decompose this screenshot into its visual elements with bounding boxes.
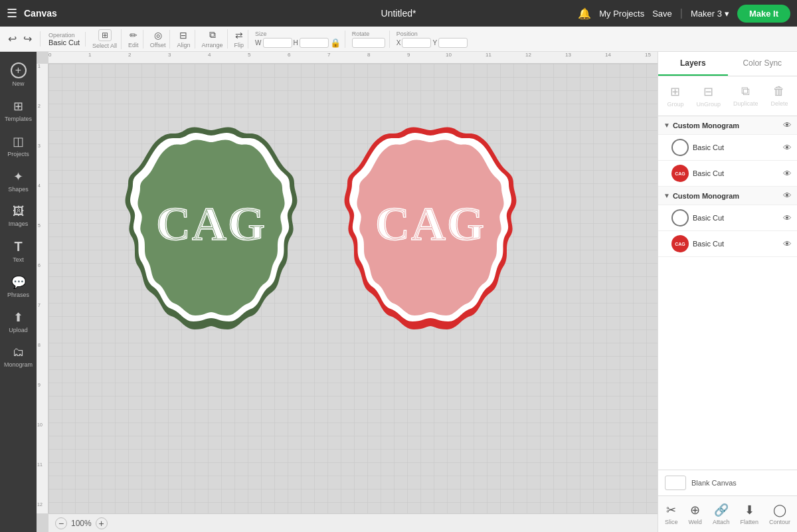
- layer-thumb-badge-1: CAG: [671, 165, 689, 182]
- notification-bell-icon[interactable]: 🔔: [578, 7, 591, 20]
- rotate-group: Rotate: [348, 31, 390, 48]
- sidebar-item-templates[interactable]: ⊞ Templates: [2, 94, 35, 128]
- left-sidebar: + New ⊞ Templates ◫ Projects ✦ Shapes 🖼 …: [0, 52, 37, 532]
- sidebar-item-projects[interactable]: ◫ Projects: [2, 129, 35, 163]
- width-input[interactable]: [263, 38, 292, 48]
- right-panel: Layers Color Sync ⊞ Group ⊟ UnGroup ⧉ Du…: [658, 52, 797, 532]
- slice-label: Slice: [665, 519, 678, 525]
- select-all-label: Select All: [92, 43, 117, 49]
- x-label: X: [397, 39, 401, 46]
- tab-layers[interactable]: Layers: [658, 52, 728, 76]
- flip-group: ⇄ Flip: [230, 30, 249, 48]
- weld-button[interactable]: ⊕ Weld: [686, 500, 705, 528]
- slice-button[interactable]: ✂ Slice: [662, 500, 681, 528]
- height-input[interactable]: [300, 38, 329, 48]
- images-label: Images: [9, 221, 29, 227]
- make-it-button[interactable]: Make It: [737, 5, 790, 23]
- layer-thumb-outline-2: [671, 209, 689, 226]
- panel-duplicate-button[interactable]: ⧉ Duplicate: [729, 82, 762, 110]
- rotate-label: Rotate: [352, 31, 385, 37]
- y-input[interactable]: [438, 38, 468, 48]
- shapes-icon: ✦: [13, 169, 23, 184]
- layer-item[interactable]: Basic Cut 👁: [658, 135, 797, 161]
- svg-text:CAG: CAG: [156, 197, 266, 250]
- arrange-button[interactable]: ⧉: [209, 29, 216, 41]
- flip-button[interactable]: ⇄: [235, 30, 243, 41]
- tab-color-sync[interactable]: Color Sync: [728, 52, 798, 76]
- panel-ungroup-button[interactable]: ⊟ UnGroup: [692, 82, 725, 110]
- attach-button[interactable]: 🔗 Attach: [710, 500, 733, 528]
- layer-item[interactable]: CAG Basic Cut 👁: [658, 231, 797, 257]
- canvas-footer: − 100% +: [48, 513, 658, 532]
- undo-button[interactable]: ↩: [5, 31, 19, 46]
- layer-group-1-header[interactable]: ▼ Custom Monogram 👁: [658, 116, 797, 135]
- layer-item[interactable]: Basic Cut 👁: [658, 205, 797, 231]
- svg-text:CAG: CAG: [375, 197, 486, 250]
- my-projects-link[interactable]: My Projects: [599, 9, 644, 19]
- sidebar-item-text[interactable]: T Text: [2, 234, 35, 268]
- layer-item[interactable]: CAG Basic Cut 👁: [658, 161, 797, 187]
- layer-eye-4-icon[interactable]: 👁: [783, 239, 792, 249]
- green-monogram[interactable]: CAG CAG: [115, 117, 308, 339]
- monogram-label: Monogram: [4, 361, 33, 368]
- save-button[interactable]: Save: [652, 9, 672, 19]
- zoom-out-button[interactable]: −: [55, 517, 67, 529]
- canvas-area[interactable]: 0 1 2 3 4 5 6 7 8 9 10 11 12 13 14 15 1: [37, 52, 658, 532]
- sidebar-item-images[interactable]: 🖼 Images: [2, 199, 35, 232]
- undo-redo-group: ↩ ↪: [5, 31, 41, 46]
- text-label: Text: [13, 256, 24, 263]
- flatten-button[interactable]: ⬇ Flatten: [737, 500, 761, 528]
- ruler-top: 0 1 2 3 4 5 6 7 8 9 10 11 12 13 14 15: [48, 52, 658, 64]
- panel-group-button[interactable]: ⊞ Group: [663, 82, 687, 110]
- canvas-grid[interactable]: CAG CAG CAG CAG: [48, 64, 658, 513]
- layer-eye-2-icon[interactable]: 👁: [783, 169, 792, 179]
- edit-button[interactable]: ✏: [130, 30, 137, 41]
- rotate-input[interactable]: [352, 38, 385, 48]
- sidebar-item-phrases[interactable]: 💬 Phrases: [2, 270, 35, 304]
- sidebar-item-shapes[interactable]: ✦ Shapes: [2, 164, 35, 198]
- sidebar-item-upload[interactable]: ⬆ Upload: [2, 305, 35, 339]
- doc-title: Untitled*: [381, 8, 416, 19]
- layer-name-2: Basic Cut: [693, 169, 779, 177]
- x-input[interactable]: [402, 38, 431, 48]
- arrange-label: Arrange: [202, 42, 223, 48]
- redo-button[interactable]: ↪: [21, 31, 35, 46]
- upload-label: Upload: [9, 327, 28, 333]
- layer-name-4: Basic Cut: [693, 240, 779, 248]
- sidebar-item-monogram[interactable]: 🗂 Monogram: [2, 340, 35, 373]
- pink-monogram-svg: CAG CAG: [334, 117, 527, 336]
- menu-icon[interactable]: ☰: [7, 6, 17, 21]
- delete-label: Delete: [770, 100, 788, 107]
- select-all-button[interactable]: ⊞: [98, 29, 112, 41]
- layer-name-3: Basic Cut: [693, 214, 779, 222]
- size-label: Size: [255, 31, 341, 37]
- sidebar-item-new[interactable]: + New: [2, 57, 35, 92]
- new-icon: +: [11, 62, 27, 78]
- align-button[interactable]: ⊟: [179, 30, 187, 41]
- contour-label: Contour: [769, 519, 790, 525]
- app-title: Canvas: [24, 8, 57, 19]
- contour-button[interactable]: ◯ Contour: [766, 500, 793, 528]
- duplicate-label: Duplicate: [733, 100, 758, 107]
- layer-eye-3-icon[interactable]: 👁: [783, 213, 792, 223]
- pink-monogram[interactable]: CAG CAG: [334, 117, 527, 339]
- arrange-group: ⧉ Arrange: [198, 29, 228, 48]
- zoom-in-button[interactable]: +: [96, 517, 108, 529]
- weld-label: Weld: [689, 519, 702, 525]
- machine-selector[interactable]: Maker 3 ▾: [691, 9, 729, 19]
- group-label: Group: [667, 101, 683, 108]
- select-all-group: ⊞ Select All: [88, 29, 122, 49]
- operation-value[interactable]: Basic Cut: [48, 39, 80, 46]
- offset-button[interactable]: ◎: [154, 30, 162, 41]
- layer-thumb-outline-1: [671, 139, 689, 156]
- layer-eye-1-icon[interactable]: 👁: [783, 143, 792, 153]
- group2-eye-icon[interactable]: 👁: [783, 191, 792, 201]
- group1-eye-icon[interactable]: 👁: [783, 120, 792, 130]
- lock-aspect-button[interactable]: 🔒: [330, 38, 341, 48]
- position-group: Position X Y: [393, 31, 472, 48]
- group2-arrow-icon: ▼: [664, 192, 670, 199]
- align-group: ⊟ Align: [173, 30, 195, 48]
- panel-delete-button[interactable]: 🗑 Delete: [766, 82, 792, 110]
- layer-group-2-header[interactable]: ▼ Custom Monogram 👁: [658, 187, 797, 205]
- canvas-label: Blank Canvas: [691, 479, 737, 487]
